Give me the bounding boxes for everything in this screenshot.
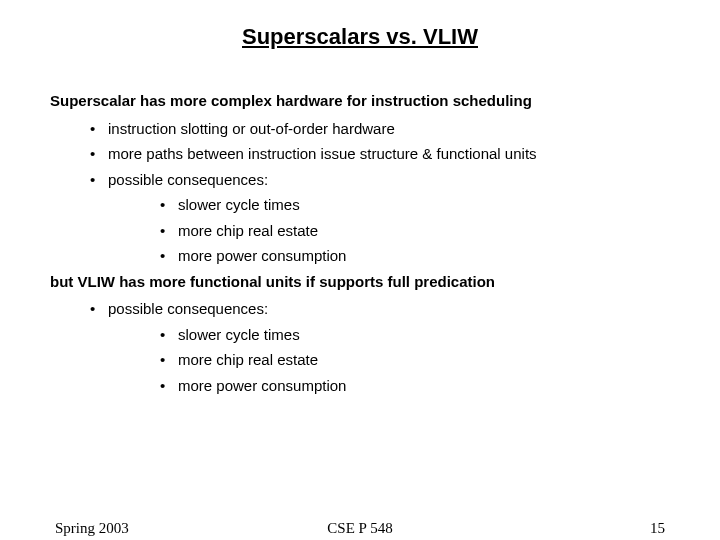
slide-title: Superscalars vs. VLIW — [40, 24, 680, 50]
footer-page: 15 — [650, 520, 665, 537]
list-item: more chip real estate — [160, 347, 680, 373]
slide-body: Superscalar has more complex hardware fo… — [40, 88, 680, 398]
consequences-list: slower cycle times more chip real estate… — [160, 192, 680, 269]
list-item: instruction slotting or out-of-order har… — [90, 116, 680, 142]
section-2-list: possible consequences: slower cycle time… — [90, 296, 680, 398]
slide: Superscalars vs. VLIW Superscalar has mo… — [0, 0, 720, 540]
section-1-list: instruction slotting or out-of-order har… — [90, 116, 680, 269]
list-item: slower cycle times — [160, 322, 680, 348]
list-item: more power consumption — [160, 243, 680, 269]
list-item: more power consumption — [160, 373, 680, 399]
list-item: possible consequences: slower cycle time… — [90, 167, 680, 269]
list-item: slower cycle times — [160, 192, 680, 218]
list-item: possible consequences: slower cycle time… — [90, 296, 680, 398]
section-2-lead: but VLIW has more functional units if su… — [50, 269, 680, 295]
footer-course: CSE P 548 — [0, 520, 720, 537]
list-item-label: possible consequences: — [108, 300, 268, 317]
section-1-lead: Superscalar has more complex hardware fo… — [50, 88, 680, 114]
list-item: more paths between instruction issue str… — [90, 141, 680, 167]
list-item: more chip real estate — [160, 218, 680, 244]
list-item-label: possible consequences: — [108, 171, 268, 188]
consequences-list: slower cycle times more chip real estate… — [160, 322, 680, 399]
